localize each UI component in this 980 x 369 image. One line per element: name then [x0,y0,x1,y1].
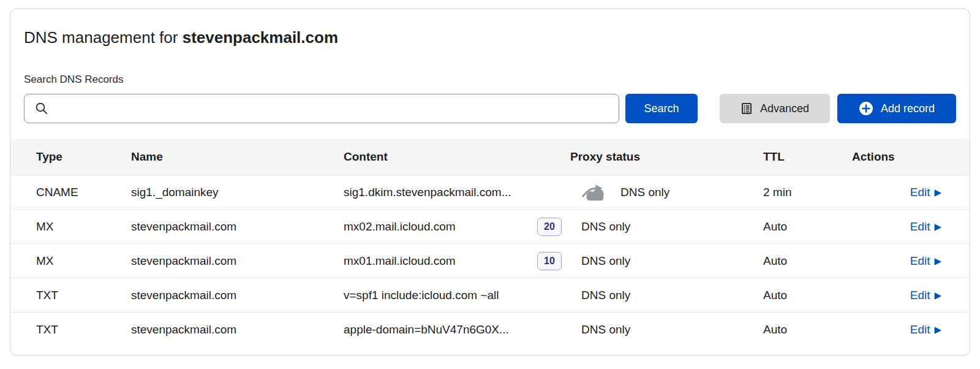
search-label: Search DNS Records [24,73,956,86]
cell-actions: Edit ▶ [852,323,941,337]
edit-link[interactable]: Edit ▶ [910,254,941,268]
search-icon [35,102,48,115]
cell-name: stevenpackmail.com [131,220,344,234]
cell-content: sig1.dkim.stevenpackmail.com... [344,186,570,199]
document-list-icon [741,102,753,115]
cloud-arrow-icon [581,183,608,201]
header-type: Type [36,150,131,164]
proxy-status-value: DNS only [620,186,669,199]
page-title-domain: stevenpackmail.com [183,28,338,47]
cell-ttl: Auto [763,323,852,337]
priority-badge: 20 [537,218,562,236]
advanced-button-label: Advanced [760,102,809,115]
cell-name: stevenpackmail.com [131,289,344,302]
edit-arrow-icon: ▶ [934,325,941,334]
content-value: mx01.mail.icloud.com [344,254,456,268]
cell-actions: Edit ▶ [852,289,941,302]
edit-link-label: Edit [910,220,930,234]
cell-ttl: Auto [763,220,852,234]
cell-proxy-status: DNS only [570,289,763,302]
cell-content: mx01.mail.icloud.com 10 [344,252,570,270]
cell-content: v=spf1 include:icloud.com ~all [344,289,570,302]
content-value: apple-domain=bNuV47n6G0X... [344,323,509,337]
content-value: sig1.dkim.stevenpackmail.com... [344,186,511,199]
plus-circle-icon [859,101,873,116]
search-row: Search Advanced Add record [24,94,956,123]
table-row: MX stevenpackmail.com mx02.mail.icloud.c… [10,209,970,243]
table-row: CNAME sig1._domainkey sig1.dkim.stevenpa… [10,175,970,209]
header-proxy-status: Proxy status [570,150,763,164]
cell-type: CNAME [36,186,131,199]
search-box [24,94,619,123]
edit-arrow-icon: ▶ [934,291,941,300]
advanced-button[interactable]: Advanced [720,94,830,123]
content-value: v=spf1 include:icloud.com ~all [344,289,499,302]
edit-link[interactable]: Edit ▶ [910,220,941,234]
edit-link-label: Edit [910,254,930,268]
table-row: TXT stevenpackmail.com v=spf1 include:ic… [10,278,970,312]
header-actions: Actions [852,150,941,164]
edit-arrow-icon: ▶ [934,188,941,197]
cell-actions: Edit ▶ [852,186,941,199]
edit-link[interactable]: Edit ▶ [910,186,941,199]
cell-proxy-status: DNS only [570,254,763,268]
edit-link[interactable]: Edit ▶ [910,289,941,302]
search-button[interactable]: Search [625,94,698,123]
cell-type: MX [36,220,131,234]
edit-arrow-icon: ▶ [934,222,941,231]
header-name: Name [131,150,344,164]
cell-ttl: Auto [763,289,852,302]
search-input[interactable] [24,94,619,123]
cell-content: apple-domain=bNuV47n6G0X... [344,323,570,337]
cell-ttl: 2 min [763,186,852,199]
proxy-status-value: DNS only [581,220,630,234]
cell-proxy-status: DNS only [570,220,763,234]
proxy-status-value: DNS only [581,289,630,302]
edit-link-label: Edit [910,186,930,199]
edit-link-label: Edit [910,323,930,337]
dns-management-card: DNS management for stevenpackmail.com Se… [10,9,970,356]
proxy-status-value: DNS only [581,323,630,337]
priority-badge: 10 [537,252,562,270]
add-record-button[interactable]: Add record [837,94,956,123]
cell-name: sig1._domainkey [131,186,344,199]
table-row: TXT stevenpackmail.com apple-domain=bNuV… [10,312,970,346]
page-title: DNS management for stevenpackmail.com [24,28,956,47]
cell-content: mx02.mail.icloud.com 20 [344,218,570,236]
table-header-row: Type Name Content Proxy status TTL Actio… [10,139,970,175]
cell-type: MX [36,254,131,268]
proxy-status-value: DNS only [581,254,630,268]
cell-type: TXT [36,323,131,337]
cell-name: stevenpackmail.com [131,323,344,337]
cell-proxy-status: DNS only [570,183,763,201]
edit-link-label: Edit [910,289,930,302]
page-title-prefix: DNS management for [24,28,183,47]
cell-name: stevenpackmail.com [131,254,344,268]
header-content: Content [344,150,570,164]
dns-table-body: CNAME sig1._domainkey sig1.dkim.stevenpa… [10,175,970,346]
cell-type: TXT [36,289,131,302]
content-value: mx02.mail.icloud.com [344,220,456,234]
add-record-button-label: Add record [881,102,935,115]
table-row: MX stevenpackmail.com mx01.mail.icloud.c… [10,243,970,278]
cell-actions: Edit ▶ [852,220,941,234]
edit-link[interactable]: Edit ▶ [910,323,941,337]
header-ttl: TTL [763,150,852,164]
dns-records-table: Type Name Content Proxy status TTL Actio… [10,139,970,346]
cell-actions: Edit ▶ [852,254,941,268]
cell-proxy-status: DNS only [570,323,763,337]
edit-arrow-icon: ▶ [934,256,941,265]
cell-ttl: Auto [763,254,852,268]
